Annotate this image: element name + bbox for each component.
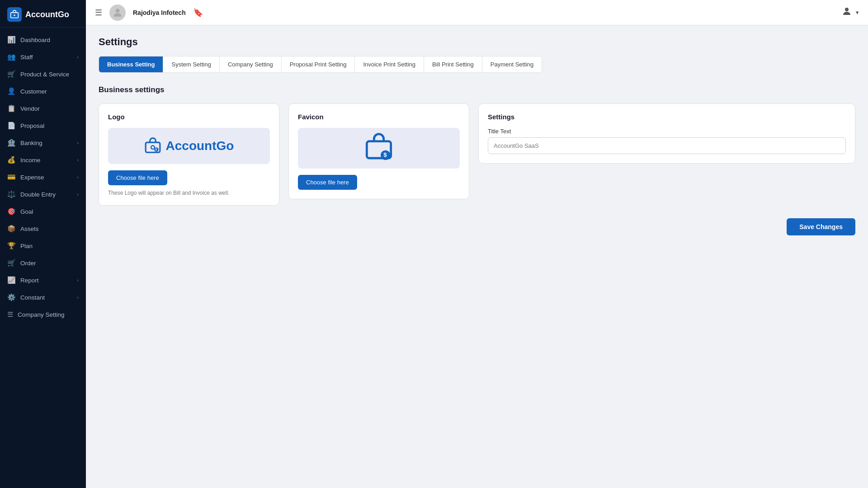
sidebar-item-company-setting[interactable]: ☰ Company Setting	[0, 306, 86, 323]
sidebar-item-report[interactable]: 📈 Report ›	[0, 272, 86, 289]
favicon-preview: $	[298, 128, 460, 169]
tab-business-setting[interactable]: Business Setting	[99, 56, 163, 72]
sidebar-item-assets[interactable]: 📦 Assets	[0, 220, 86, 237]
avatar	[109, 5, 126, 21]
sidebar-label-plan: Plan	[20, 243, 33, 249]
sidebar-item-banking[interactable]: 🏦 Banking ›	[0, 134, 86, 151]
favicon-icon-wrapper: $	[364, 133, 393, 164]
main-area: ☰ Rajodiya Infotech 🔖 ▾ Settings Busines…	[86, 0, 868, 488]
user-menu-chevron[interactable]: ▾	[856, 9, 859, 16]
company-name: Rajodiya Infotech	[133, 9, 186, 16]
sidebar-label-report: Report	[20, 277, 39, 284]
logo-card: Logo $ AccountGo Choose file here These …	[99, 103, 279, 206]
bookmark-icon[interactable]: 🔖	[193, 8, 203, 18]
sidebar-icon-dashboard: 📊	[7, 36, 16, 44]
logo-choose-file-button[interactable]: Choose file here	[108, 170, 167, 185]
sidebar-label-customer: Customer	[20, 88, 47, 95]
sidebar: AccountGo 📊 Dashboard 👥 Staff › 🛒 Produc…	[0, 0, 86, 488]
sidebar-icon-assets: 📦	[7, 225, 16, 233]
sidebar-label-double-entry: Double Entry	[20, 191, 56, 198]
sidebar-item-customer[interactable]: 👤 Customer	[0, 83, 86, 100]
topbar-right: ▾	[841, 6, 859, 19]
logo-card-title: Logo	[108, 113, 270, 121]
logo-icon	[7, 7, 22, 22]
tab-system-setting[interactable]: System Setting	[163, 56, 219, 72]
sidebar-item-product-service[interactable]: 🛒 Product & Service	[0, 66, 86, 83]
sidebar-label-order: Order	[20, 260, 36, 267]
sidebar-icon-goal: 🎯	[7, 207, 16, 216]
sidebar-label-company-setting: Company Setting	[18, 311, 65, 318]
logo-preview: $ AccountGo	[108, 128, 270, 164]
settings-card-title: Settings	[488, 113, 846, 121]
sidebar-icon-proposal: 📄	[7, 122, 16, 130]
svg-point-3	[845, 8, 849, 11]
sidebar-label-constant: Constant	[20, 294, 45, 301]
favicon-choose-file-button[interactable]: Choose file here	[298, 175, 357, 190]
sidebar-label-dashboard: Dashboard	[20, 37, 50, 43]
title-text-label: Title Text	[488, 128, 846, 135]
sidebar-arrow-income: ›	[77, 157, 79, 163]
logo-note: These Logo will appear on Bill and Invoi…	[108, 190, 270, 196]
sidebar-label-banking: Banking	[20, 140, 42, 146]
app-logo[interactable]: AccountGo	[0, 0, 86, 28]
tab-invoice-print-setting[interactable]: Invoice Print Setting	[355, 56, 424, 72]
sidebar-arrow-report: ›	[77, 277, 79, 283]
svg-text:$: $	[155, 148, 157, 151]
logo-text: AccountGo	[166, 139, 234, 153]
sidebar-icon-report: 📈	[7, 276, 16, 284]
sidebar-label-proposal: Proposal	[20, 122, 44, 129]
sidebar-label-expense: Expense	[20, 174, 44, 181]
svg-point-2	[116, 9, 120, 13]
sidebar-icon-expense: 💳	[7, 173, 16, 181]
svg-text:$: $	[383, 151, 387, 158]
sidebar-item-vendor[interactable]: 📋 Vendor	[0, 100, 86, 117]
settings-tabs: Business SettingSystem SettingCompany Se…	[99, 56, 542, 73]
sidebar-item-constant[interactable]: ⚙️ Constant ›	[0, 289, 86, 306]
save-changes-button[interactable]: Save Changes	[787, 218, 855, 235]
title-text-input[interactable]	[488, 137, 846, 154]
section-title: Business settings	[99, 85, 855, 94]
sidebar-item-double-entry[interactable]: ⚖️ Double Entry ›	[0, 186, 86, 203]
sidebar-item-expense[interactable]: 💳 Expense ›	[0, 169, 86, 186]
sidebar-label-product-service: Product & Service	[20, 71, 69, 78]
sidebar-arrow-banking: ›	[77, 140, 79, 145]
sidebar-item-plan[interactable]: 🏆 Plan	[0, 237, 86, 254]
topbar: ☰ Rajodiya Infotech 🔖 ▾	[86, 0, 868, 25]
sidebar-item-order[interactable]: 🛒 Order	[0, 254, 86, 272]
sidebar-item-staff[interactable]: 👥 Staff ›	[0, 48, 86, 66]
sidebar-label-staff: Staff	[20, 54, 33, 61]
sidebar-icon-company-setting: ☰	[7, 310, 13, 319]
svg-point-5	[151, 145, 155, 149]
favicon-briefcase-icon: $	[364, 133, 393, 162]
tab-bill-print-setting[interactable]: Bill Print Setting	[424, 56, 482, 72]
sidebar-arrow-double-entry: ›	[77, 192, 79, 197]
sidebar-icon-customer: 👤	[7, 87, 16, 95]
sidebar-item-income[interactable]: 💰 Income ›	[0, 151, 86, 169]
sidebar-item-proposal[interactable]: 📄 Proposal	[0, 117, 86, 134]
svg-point-1	[14, 14, 15, 16]
sidebar-label-goal: Goal	[20, 208, 33, 215]
sidebar-icon-banking: 🏦	[7, 139, 16, 147]
tab-proposal-print-setting[interactable]: Proposal Print Setting	[282, 56, 355, 72]
sidebar-icon-constant: ⚙️	[7, 293, 16, 301]
sidebar-label-assets: Assets	[20, 225, 39, 232]
sidebar-icon-staff: 👥	[7, 53, 16, 61]
favicon-card: Favicon $ Choose file here	[288, 103, 469, 199]
sidebar-item-goal[interactable]: 🎯 Goal	[0, 203, 86, 220]
tab-company-setting[interactable]: Company Setting	[220, 56, 282, 72]
sidebar-icon-income: 💰	[7, 156, 16, 164]
settings-card: Settings Title Text	[478, 103, 855, 164]
sidebar-item-dashboard[interactable]: 📊 Dashboard	[0, 31, 86, 48]
sidebar-label-vendor: Vendor	[20, 105, 40, 112]
sidebar-icon-plan: 🏆	[7, 242, 16, 250]
sidebar-icon-order: 🛒	[7, 259, 16, 267]
menu-icon[interactable]: ☰	[95, 8, 102, 18]
sidebar-icon-double-entry: ⚖️	[7, 190, 16, 198]
sidebar-arrow-constant: ›	[77, 295, 79, 300]
tab-payment-setting[interactable]: Payment Setting	[482, 56, 542, 72]
app-name: AccountGo	[25, 10, 69, 19]
favicon-card-title: Favicon	[298, 113, 460, 121]
user-account-icon[interactable]	[841, 6, 852, 19]
sidebar-navigation: 📊 Dashboard 👥 Staff › 🛒 Product & Servic…	[0, 28, 86, 488]
sidebar-arrow-expense: ›	[77, 174, 79, 180]
